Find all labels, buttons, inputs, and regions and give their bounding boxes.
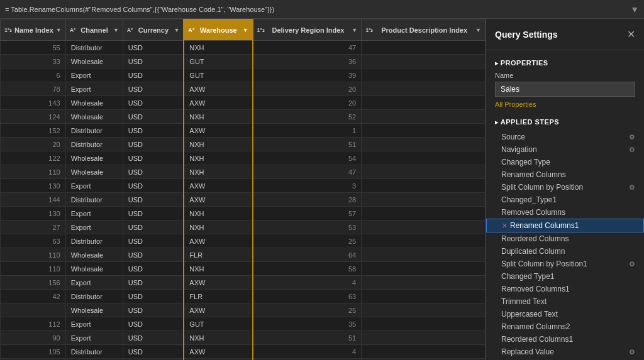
td-index: 55 (1, 41, 66, 55)
data-table-container[interactable]: 1²₃ Name Index ▼ Aᶜ Channel ▼ (0, 19, 486, 360)
table-row: 156ExportUSDAXW4 (1, 276, 486, 290)
td-index: 33 (1, 55, 66, 68)
td-index: 124 (1, 110, 66, 124)
query-settings-header: Query Settings ✕ (486, 19, 644, 50)
step-label: Changed Type1 (501, 272, 635, 281)
step-label: Renamed Columns1 (510, 221, 635, 230)
col-header-channel[interactable]: Aᶜ Channel ▼ (65, 19, 123, 41)
col-header-currency[interactable]: Aᶜ Currency ▼ (123, 19, 184, 41)
td-delivery: 28 (253, 193, 362, 207)
step-gear-icon[interactable]: ⚙ (629, 133, 635, 141)
td-index: 78 (1, 82, 66, 96)
td-product (362, 290, 486, 303)
step-item[interactable]: Reordered Columns (486, 232, 644, 245)
table-row: 110WholesaleUSDNXH58 (1, 262, 486, 276)
main-content: 1²₃ Name Index ▼ Aᶜ Channel ▼ (0, 19, 644, 360)
step-label: Uppercased Text (501, 310, 635, 319)
step-item[interactable]: Split Column by Position1⚙ (486, 258, 644, 270)
step-label: Renamed Columns2 (501, 322, 635, 331)
step-gear-icon[interactable]: ⚙ (629, 183, 635, 192)
currency-col-label: Currency (135, 26, 171, 34)
step-item[interactable]: Navigation⚙ (486, 143, 644, 156)
step-item[interactable]: Split Column by Position⚙ (486, 181, 644, 194)
step-item[interactable]: Source⚙ (486, 131, 644, 143)
td-currency: USD (123, 110, 184, 124)
td-currency: USD (123, 151, 184, 165)
td-product (362, 234, 486, 248)
step-item[interactable]: Replaced Value⚙ (486, 346, 644, 358)
step-item[interactable]: Changed_Type1 (486, 194, 644, 206)
table-row: 6ExportUSDGUT39 (1, 68, 486, 82)
td-warehouse: GUT (184, 68, 252, 82)
step-item[interactable]: Removed Columns1 (486, 283, 644, 295)
col-header-product-description[interactable]: 1²₃ Product Description Index ▼ (362, 19, 486, 41)
product-filter-icon[interactable]: ▼ (475, 27, 481, 33)
table-row: 55DistributorUSDNXH47 (1, 41, 486, 55)
td-product (362, 110, 486, 124)
step-gear-icon[interactable]: ⚙ (629, 348, 635, 356)
currency-filter-icon[interactable]: ▼ (174, 27, 179, 33)
col-header-delivery-region[interactable]: 1²₃ Delivery Region Index ▼ (253, 19, 362, 41)
name-input[interactable] (495, 82, 635, 97)
properties-section-title: PROPERTIES (486, 57, 644, 72)
td-product (362, 124, 486, 138)
td-warehouse: GUT (184, 55, 252, 68)
table-row: 112ExportUSDGUT35 (1, 317, 486, 331)
td-product (362, 165, 486, 179)
td-delivery: 63 (253, 290, 362, 303)
close-icon[interactable]: ✕ (627, 28, 635, 40)
step-item[interactable]: Renamed Columns (486, 168, 644, 181)
td-product (362, 221, 486, 234)
delivery-filter-icon[interactable]: ▼ (352, 27, 357, 33)
td-product (362, 55, 486, 68)
table-row: 42DistributorUSDFLR63 (1, 290, 486, 303)
applied-steps-section-title: APPLIED STEPS (486, 116, 644, 131)
td-index: 112 (1, 317, 66, 331)
step-item[interactable]: Removed Columns (486, 206, 644, 219)
td-currency: USD (123, 179, 184, 193)
td-warehouse: AXW (184, 124, 252, 138)
td-warehouse: AXW (184, 193, 252, 207)
td-currency: USD (123, 303, 184, 317)
td-warehouse: NXH (184, 262, 252, 276)
step-item[interactable]: Changed Type (486, 156, 644, 168)
table-row: 152DistributorUSDAXW1 (1, 124, 486, 138)
td-index: 42 (1, 290, 66, 303)
step-item[interactable]: ✕Renamed Columns1 (486, 219, 644, 232)
col-header-warehouse[interactable]: Aᶜ Warehouse ▼ (184, 19, 252, 41)
step-item[interactable]: Duplicated Column (486, 245, 644, 258)
col-header-name-index[interactable]: 1²₃ Name Index ▼ (1, 19, 66, 41)
td-warehouse: NXH (184, 41, 252, 55)
td-index: 90 (1, 331, 66, 345)
td-warehouse: NXH (184, 331, 252, 345)
all-properties-link[interactable]: All Properties (486, 101, 644, 116)
formula-text: = Table.RenameColumns(#"Removed Columns"… (5, 6, 628, 13)
table-row: 63DistributorUSDAXW25 (1, 234, 486, 248)
step-item[interactable]: Renamed Columns2 (486, 320, 644, 333)
formula-expand-icon[interactable]: ▼ (630, 4, 639, 14)
currency-type-icon: Aᶜ (127, 27, 133, 33)
td-channel: Export (65, 82, 123, 96)
td-delivery: 39 (253, 68, 362, 82)
td-currency: USD (123, 41, 184, 55)
td-currency: USD (123, 345, 184, 359)
channel-filter-icon[interactable]: ▼ (113, 27, 119, 33)
td-warehouse: AXW (184, 303, 252, 317)
td-channel: Export (65, 221, 123, 234)
step-item[interactable]: Trimmed Text (486, 295, 644, 308)
td-delivery: 35 (253, 317, 362, 331)
step-item[interactable]: Uppercased Text (486, 308, 644, 320)
name-index-filter-icon[interactable]: ▼ (56, 27, 62, 33)
td-warehouse: AXW (184, 96, 252, 110)
td-product (362, 68, 486, 82)
step-item[interactable]: Changed Type1 (486, 270, 644, 283)
td-delivery: 54 (253, 151, 362, 165)
td-product (362, 248, 486, 262)
name-label: Name (486, 72, 644, 82)
step-gear-icon[interactable]: ⚙ (629, 260, 635, 268)
channel-type-icon: Aᶜ (70, 27, 76, 33)
warehouse-filter-icon[interactable]: ▼ (243, 27, 248, 33)
td-product (362, 207, 486, 221)
step-item[interactable]: Reordered Columns1 (486, 333, 644, 346)
step-gear-icon[interactable]: ⚙ (629, 146, 635, 154)
